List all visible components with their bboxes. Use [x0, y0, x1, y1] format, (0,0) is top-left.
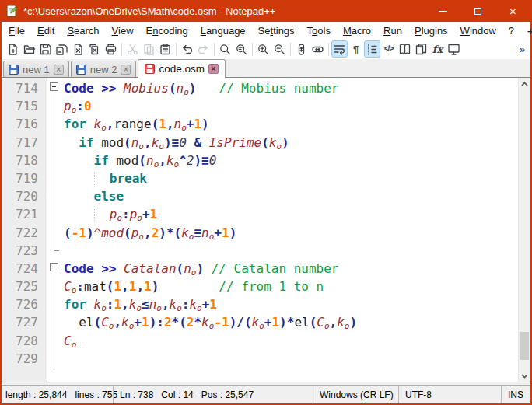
- tab-new-2[interactable]: new 2×: [71, 61, 137, 77]
- code-line[interactable]: Code >> Catalan(no) // Catalan number: [64, 260, 518, 278]
- toolbar-overflow-chevron-icon[interactable]: »: [520, 44, 525, 55]
- function-list-button[interactable]: fx: [429, 40, 446, 58]
- menu-item-encoding[interactable]: Encoding: [140, 23, 194, 38]
- tab-close-icon[interactable]: ×: [121, 65, 131, 75]
- code-line[interactable]: po:po+1: [64, 205, 518, 223]
- line-number: 719: [2, 169, 47, 187]
- save-all-button[interactable]: [54, 40, 70, 58]
- cursor-position-text: Ln : 738 Col : 14 Pos : 25,547: [120, 389, 254, 400]
- open-file-button[interactable]: [21, 40, 37, 58]
- code-line[interactable]: for ko:1,ko≤no,ko:ko+1: [64, 295, 518, 313]
- save-button[interactable]: [37, 40, 54, 58]
- toolbar: ¶</>fx»: [2, 39, 530, 59]
- close-all-button[interactable]: [86, 40, 103, 58]
- code-line[interactable]: Co:mat(1,1,1) // from 1 to n: [64, 278, 518, 295]
- code-view[interactable]: Code >> Mobius(no) // Mobius numberpo:0f…: [61, 78, 518, 382]
- menu-item-edit[interactable]: Edit: [31, 23, 61, 38]
- menu-item-search[interactable]: Search: [61, 23, 105, 38]
- replace-button[interactable]: [233, 40, 250, 58]
- vertical-scrollbar[interactable]: [518, 78, 530, 382]
- line-number: 717: [2, 134, 47, 152]
- code-line[interactable]: [64, 350, 518, 368]
- editor-area[interactable]: 7147157167177187197207217227237247257267…: [2, 78, 530, 382]
- code-line[interactable]: el(Co,ko+1):2*(2*ko-1)/(ko+1)*el(Co,ko): [64, 313, 518, 331]
- menu-item-language[interactable]: Language: [194, 23, 252, 38]
- close-button[interactable]: [70, 40, 86, 58]
- show-all-chars-button[interactable]: ¶: [348, 40, 364, 58]
- find-button[interactable]: [217, 40, 233, 58]
- tab-new-1[interactable]: new 1×: [3, 61, 69, 77]
- code-line[interactable]: [64, 242, 518, 260]
- menu-item-macro[interactable]: Macro: [337, 23, 377, 38]
- show-all-chars-icon: ¶: [353, 44, 359, 54]
- close-all-icon: [88, 43, 101, 56]
- new-file-button[interactable]: [5, 40, 21, 58]
- line-number: 723: [2, 242, 47, 260]
- close-button[interactable]: ×: [495, 0, 530, 22]
- menu-item-view[interactable]: View: [106, 23, 140, 38]
- code-line[interactable]: Co: [64, 332, 518, 350]
- status-insert-mode[interactable]: INS: [501, 386, 530, 403]
- paste-button[interactable]: [157, 40, 173, 58]
- menu-item-settings[interactable]: Settings: [252, 23, 301, 38]
- menu-item-file[interactable]: File: [2, 23, 31, 38]
- menu-item-run[interactable]: Run: [377, 23, 408, 38]
- save-all-icon: [55, 43, 68, 56]
- document-list-button[interactable]: [413, 40, 429, 58]
- tab-code-osm[interactable]: code.osm×: [138, 59, 226, 78]
- minimize-button[interactable]: [425, 0, 460, 22]
- close-icon: [72, 43, 85, 56]
- fold-line-marker: [47, 332, 61, 350]
- fold-collapse-marker[interactable]: [47, 79, 61, 97]
- fold-line-marker: [47, 152, 61, 169]
- menu-item-help[interactable]: ?: [502, 23, 520, 38]
- scroll-down-arrow-icon[interactable]: [519, 370, 530, 382]
- line-number: 729: [2, 350, 47, 368]
- line-number: 714: [2, 79, 47, 97]
- line-number: 728: [2, 332, 47, 350]
- window-controls: ×: [425, 0, 530, 22]
- word-wrap-button[interactable]: [331, 40, 348, 58]
- new-tab-button[interactable]: +: [520, 24, 532, 37]
- toolbar-separator: [121, 43, 122, 56]
- zoom-in-button[interactable]: [255, 40, 271, 58]
- print-button[interactable]: [103, 40, 119, 58]
- tab-close-icon[interactable]: ×: [54, 65, 64, 75]
- status-eol-format[interactable]: Windows (CR LF): [313, 386, 398, 403]
- scroll-up-arrow-icon[interactable]: [519, 78, 530, 89]
- code-line[interactable]: (-1)^mod(po,2)*(ko≡no+1): [64, 224, 518, 242]
- fold-line-marker: [47, 97, 61, 115]
- scrollbar-thumb[interactable]: [520, 332, 529, 360]
- tab-close-icon[interactable]: ×: [208, 64, 219, 74]
- undo-button[interactable]: [179, 40, 195, 58]
- code-line[interactable]: Code >> Mobius(no) // Mobius number: [64, 79, 518, 97]
- fold-line-marker: [47, 295, 61, 313]
- menu-bar: FileEditSearchViewEncodingLanguageSettin…: [2, 22, 530, 39]
- status-encoding[interactable]: UTF-8: [398, 386, 501, 403]
- code-line[interactable]: else: [64, 187, 518, 205]
- menu-item-tools[interactable]: Tools: [301, 23, 337, 38]
- code-line[interactable]: for ko,range(1,no+1): [64, 115, 518, 133]
- monitoring-button[interactable]: [446, 40, 462, 58]
- document-map-button[interactable]: [397, 40, 413, 58]
- print-icon: [104, 43, 117, 56]
- close-icon: ×: [509, 5, 516, 17]
- window-title: *c:\Users\razon\OneDrive\SMath\code.osm …: [23, 5, 275, 17]
- maximize-button[interactable]: [460, 0, 495, 22]
- zoom-out-button[interactable]: [271, 40, 288, 58]
- fold-collapse-marker[interactable]: [47, 260, 61, 278]
- code-line[interactable]: po:0: [64, 97, 518, 115]
- code-line[interactable]: if mod(no,ko)≡0 & IsPrime(ko): [64, 134, 518, 152]
- menu-item-plugins[interactable]: Plugins: [408, 23, 454, 38]
- sync-horizontal-scroll-button[interactable]: [310, 40, 326, 58]
- indent-guide-button[interactable]: [364, 40, 380, 58]
- line-number: 716: [2, 115, 47, 133]
- code-line[interactable]: if mod(no,ko^2)≡0: [64, 152, 518, 169]
- sync-vertical-scroll-button[interactable]: [293, 40, 310, 58]
- code-line[interactable]: break: [64, 169, 518, 187]
- tab-label: new 2: [90, 64, 117, 75]
- copy-icon: [142, 43, 156, 56]
- line-number: 727: [2, 313, 47, 331]
- menu-item-window[interactable]: Window: [454, 23, 502, 38]
- function-completion-button[interactable]: </>: [380, 40, 397, 58]
